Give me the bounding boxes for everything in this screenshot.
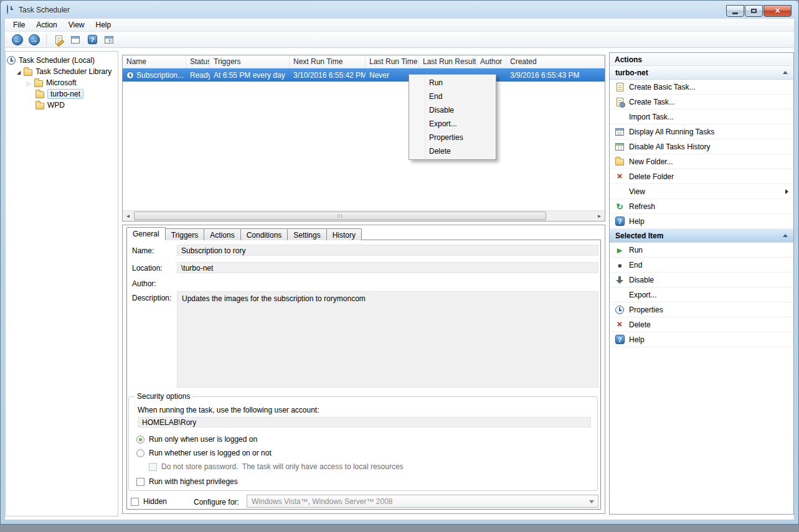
location-label: Location: <box>132 264 163 273</box>
tab-settings[interactable]: Settings <box>287 228 326 240</box>
collapse-chevron-icon[interactable] <box>783 71 788 74</box>
tree-item-root[interactable]: Task Scheduler (Local) <box>7 55 116 66</box>
security-options-group: Security options When running the task, … <box>128 396 598 491</box>
column-header-status[interactable]: Status <box>186 55 210 68</box>
task-name-cell: Subscription... <box>123 71 186 80</box>
forward-icon <box>29 34 40 45</box>
description-label: Description: <box>132 294 171 302</box>
scrollbar-thumb[interactable] <box>134 212 546 220</box>
context-menu-end[interactable]: End <box>409 90 496 103</box>
tab-general[interactable]: General <box>126 227 166 240</box>
column-header-triggers[interactable]: Triggers <box>210 55 290 68</box>
context-menu-disable[interactable]: Disable <box>409 103 496 117</box>
author-label: Author: <box>132 279 156 288</box>
action-display-running-tasks[interactable]: Display All Running Tasks <box>610 124 793 139</box>
export-list-icon <box>55 35 62 44</box>
action-help[interactable]: Help <box>610 214 793 229</box>
task-next-run-cell: 3/10/2016 6:55:42 PM <box>290 71 366 80</box>
radio-logged-on-label: Run only when user is logged on <box>149 435 257 444</box>
scroll-left-button[interactable] <box>123 211 133 221</box>
description-field[interactable]: Updates the images for the subscription … <box>177 291 598 388</box>
action-disable[interactable]: Disable <box>610 273 793 287</box>
console-tree-button[interactable] <box>68 33 83 47</box>
column-header-created[interactable]: Created <box>506 55 605 68</box>
context-menu-delete[interactable]: Delete <box>409 144 496 158</box>
action-create-task[interactable]: Create Task... <box>610 95 793 110</box>
section-header-turbo-net[interactable]: turbo-net <box>610 66 793 80</box>
section-turbo-net-title: turbo-net <box>615 68 648 77</box>
tree-item-wpd[interactable]: WPD <box>7 100 116 111</box>
checkbox-row-no-password: Do not store password. The task will onl… <box>149 462 404 472</box>
menu-help[interactable]: Help <box>90 19 117 31</box>
menu-file[interactable]: File <box>7 19 31 31</box>
minimize-button[interactable] <box>726 5 744 17</box>
column-header-name[interactable]: Name <box>123 55 186 68</box>
action-view[interactable]: View <box>610 184 793 199</box>
scroll-right-button[interactable] <box>594 211 605 221</box>
submenu-arrow-icon <box>785 189 788 194</box>
back-button[interactable] <box>10 33 25 47</box>
action-disable-history[interactable]: Disable All Tasks History <box>610 139 793 154</box>
checkbox-row-hidden[interactable]: Hidden <box>131 497 167 506</box>
column-header-author[interactable]: Author <box>476 55 506 68</box>
action-delete[interactable]: Delete <box>610 317 793 332</box>
radio-row-logged-on[interactable]: Run only when user is logged on <box>136 434 257 444</box>
expander-closed-icon[interactable] <box>27 78 31 87</box>
collapse-chevron-icon[interactable] <box>783 234 788 237</box>
checkbox-highest-privileges[interactable] <box>136 478 144 486</box>
export-list-button[interactable] <box>51 33 66 47</box>
context-menu-properties[interactable]: Properties <box>409 131 496 144</box>
column-header-last-run-result[interactable]: Last Run Result <box>419 55 476 68</box>
action-import-task[interactable]: Import Task... <box>610 110 793 124</box>
checkbox-row-highest-privileges[interactable]: Run with highest privileges <box>136 477 238 487</box>
tree-item-library[interactable]: Task Scheduler Library <box>7 66 116 77</box>
task-row-selected[interactable]: Subscription... Ready At 6:55 PM every d… <box>123 68 605 82</box>
tree-item-microsoft[interactable]: Microsoft <box>7 77 116 88</box>
task-clock-icon <box>126 72 134 79</box>
column-header-next-run-time[interactable]: Next Run Time <box>290 55 366 68</box>
end-icon <box>615 260 625 270</box>
action-help-selected[interactable]: Help <box>610 332 793 347</box>
radio-logged-on-or-not[interactable] <box>136 449 144 457</box>
menu-view[interactable]: View <box>63 19 90 31</box>
help-button[interactable] <box>85 33 100 47</box>
tree-item-turbo-net[interactable]: turbo-net <box>7 88 116 100</box>
tab-history[interactable]: History <box>326 228 362 240</box>
column-header-last-run-time[interactable]: Last Run Time <box>366 55 419 68</box>
action-export[interactable]: Export... <box>610 287 793 302</box>
chevron-down-icon <box>589 500 594 503</box>
horizontal-scrollbar[interactable] <box>123 210 605 221</box>
context-menu-run[interactable]: Run <box>409 76 496 90</box>
action-create-basic-task[interactable]: Create Basic Task... <box>610 80 793 95</box>
section-header-selected-item[interactable]: Selected Item <box>610 229 793 243</box>
export-icon <box>615 290 625 300</box>
tree-library-label: Task Scheduler Library <box>35 67 111 76</box>
maximize-button[interactable] <box>745 5 763 17</box>
window-title: Task Scheduler <box>19 6 70 14</box>
action-pane-button[interactable] <box>102 33 116 47</box>
scrollbar-track[interactable] <box>133 211 594 221</box>
configure-for-dropdown[interactable]: Windows Vista™, Windows Server™ 2008 <box>247 495 598 508</box>
checkbox-hidden[interactable] <box>131 498 139 506</box>
tab-conditions[interactable]: Conditions <box>240 228 288 240</box>
action-run[interactable]: Run <box>610 243 793 258</box>
action-end[interactable]: End <box>610 258 793 273</box>
action-refresh[interactable]: Refresh <box>610 199 793 214</box>
expander-open-icon[interactable] <box>17 67 21 76</box>
help-icon <box>615 335 625 345</box>
titlebar[interactable]: Task Scheduler <box>0 0 799 19</box>
tab-triggers[interactable]: Triggers <box>165 228 205 240</box>
task-list-panel: Name Status Triggers Next Run Time Last … <box>122 55 605 222</box>
tree-root-label: Task Scheduler (Local) <box>19 56 95 65</box>
context-menu-export[interactable]: Export... <box>409 117 496 131</box>
action-delete-folder[interactable]: Delete Folder <box>610 169 793 184</box>
forward-button[interactable] <box>27 33 42 47</box>
radio-row-logged-on-or-not[interactable]: Run whether user is logged on or not <box>136 448 272 458</box>
tab-actions[interactable]: Actions <box>204 228 240 240</box>
tree-turbo-net-label: turbo-net <box>47 89 83 99</box>
action-properties[interactable]: Properties <box>610 302 793 317</box>
menu-action[interactable]: Action <box>31 19 62 31</box>
radio-logged-on[interactable] <box>136 436 144 444</box>
action-new-folder[interactable]: New Folder... <box>610 154 793 169</box>
close-button[interactable] <box>764 5 792 17</box>
